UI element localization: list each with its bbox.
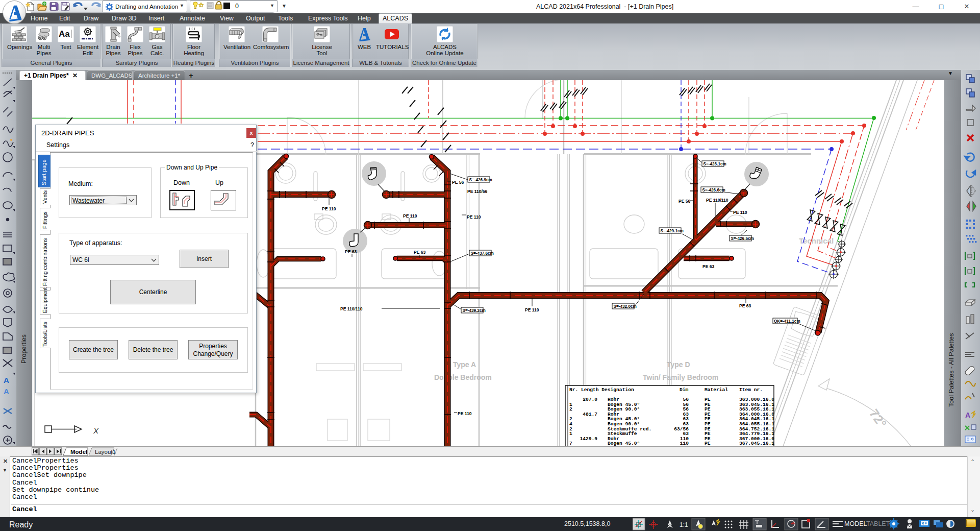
svg-text:Type D: Type D — [667, 360, 690, 369]
svg-text:S=-437.6cm: S=-437.6cm — [471, 251, 494, 256]
svg-text:Material: Material — [705, 387, 728, 393]
svg-text:Aa: Aa — [59, 29, 70, 39]
svg-text:PE 110: PE 110 — [525, 307, 539, 312]
svg-text:S=-426.6cm: S=-426.6cm — [702, 188, 725, 192]
svg-text:S=-439.2cm: S=-439.2cm — [463, 308, 486, 313]
svg-text:72°: 72° — [867, 406, 890, 430]
svg-text:1: 1 — [569, 431, 572, 437]
svg-text:Layout1: Layout1 — [95, 449, 116, 455]
svg-text:481.7: 481.7 — [583, 412, 597, 417]
svg-text:PE 110: PE 110 — [467, 214, 481, 220]
svg-text:PE 63: PE 63 — [414, 250, 425, 255]
svg-text:2: 2 — [569, 406, 572, 412]
svg-text:Model: Model — [70, 449, 87, 455]
svg-text:Nr. Length Designation: Nr. Length Designation — [569, 387, 634, 393]
svg-text:1:1: 1:1 — [680, 521, 688, 528]
svg-text:X: X — [93, 426, 99, 435]
svg-text:Type A: Type A — [453, 360, 476, 369]
svg-text:S=-426.5cm: S=-426.5cm — [731, 236, 754, 241]
svg-text:S=-426.9cm: S=-426.9cm — [469, 178, 492, 182]
svg-text:A: A — [965, 411, 970, 419]
svg-text:Double Bedroom: Double Bedroom — [434, 373, 492, 381]
svg-text:Dim: Dim — [680, 387, 689, 393]
svg-text:207.0: 207.0 — [583, 397, 597, 402]
svg-text:PE 110: PE 110 — [733, 210, 747, 215]
svg-text:OK=-411.1cm: OK=-411.1cm — [774, 319, 800, 324]
svg-text:PE 110/110: PE 110/110 — [706, 198, 728, 203]
svg-text:PE 63: PE 63 — [345, 249, 357, 254]
svg-text:1429.9: 1429.9 — [580, 436, 597, 442]
svg-text:S=-432.0cm: S=-432.0cm — [614, 304, 637, 309]
svg-text:PE 56: PE 56 — [679, 199, 690, 204]
svg-text:PE 110: PE 110 — [458, 411, 472, 416]
svg-text:S=-429.1cm: S=-429.1cm — [661, 229, 684, 233]
svg-text:PE 110: PE 110 — [403, 213, 417, 219]
svg-text:PE 110/110: PE 110/110 — [340, 306, 363, 311]
svg-text:PE 63: PE 63 — [702, 264, 714, 269]
svg-text:PE 110/56: PE 110/56 — [467, 189, 488, 194]
svg-text:Item nr.: Item nr. — [739, 387, 763, 393]
svg-text:Twin/ Family Bedroom: Twin/ Family Bedroom — [643, 373, 718, 381]
svg-text:A: A — [4, 387, 9, 396]
svg-text:PE 110: PE 110 — [322, 206, 336, 211]
svg-text:PE 56: PE 56 — [452, 180, 464, 185]
svg-text:A: A — [4, 376, 9, 384]
svg-text:S=-423.1cm: S=-423.1cm — [703, 162, 726, 166]
svg-text:PE 63: PE 63 — [739, 303, 751, 308]
